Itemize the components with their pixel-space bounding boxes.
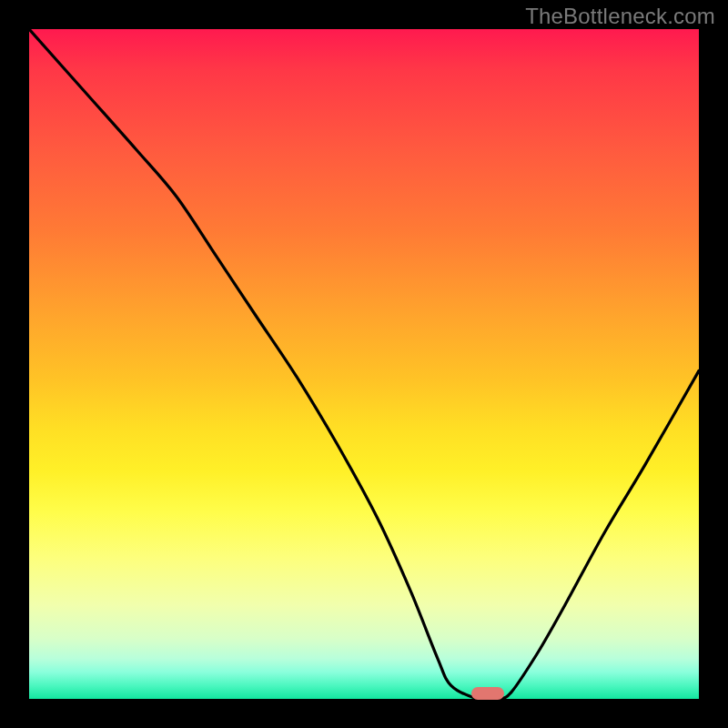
curve-svg [29,29,699,699]
chart-frame: TheBottleneck.com [0,0,728,728]
watermark-text: TheBottleneck.com [525,4,715,29]
bottleneck-curve [29,29,699,699]
plot-area [29,29,699,699]
